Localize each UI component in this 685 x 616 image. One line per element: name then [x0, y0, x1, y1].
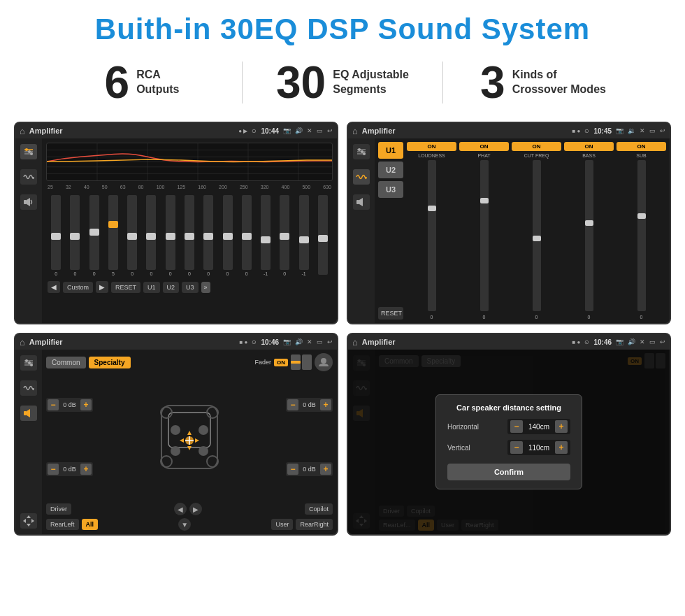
eq-slider-track-9[interactable] [223, 195, 233, 270]
eq-slider-thumb-9[interactable] [223, 233, 233, 240]
eq-slider-track-8[interactable] [203, 195, 213, 270]
left-db2-minus-button[interactable]: − [48, 464, 59, 475]
loudness-slider[interactable] [407, 160, 456, 311]
specialty-home-icon[interactable]: ⌂ [20, 337, 25, 348]
loudness-on-button[interactable]: ON [407, 142, 456, 151]
right-db1-plus-button[interactable]: + [320, 399, 331, 410]
eq-next-button[interactable]: ▶ [96, 281, 108, 293]
eq-custom-button[interactable]: Custom [63, 282, 93, 293]
confirm-button[interactable]: Confirm [447, 464, 570, 480]
eq-slider-track-3[interactable] [108, 195, 118, 270]
horizontal-minus-button[interactable]: − [510, 420, 523, 433]
home-icon[interactable]: ⌂ [20, 126, 25, 136]
eq-u2-button[interactable]: U2 [163, 282, 180, 293]
eq-slider-track-5[interactable] [146, 195, 156, 270]
left-db1-plus-button[interactable]: + [80, 399, 92, 410]
eq-sidebar-speaker-icon[interactable] [20, 194, 37, 210]
eq-slider-thumb-2[interactable] [89, 229, 99, 236]
eq-sidebar-wave-icon[interactable] [20, 169, 37, 185]
eq-slider-track-7[interactable] [185, 195, 194, 270]
phat-slider[interactable] [459, 160, 509, 311]
eq-slider-thumb-14[interactable] [318, 235, 328, 242]
eq-slider-thumb-12[interactable] [280, 233, 289, 240]
specialty-back-icon[interactable]: ↩ [327, 338, 333, 345]
common-tab-button[interactable]: Common [46, 357, 86, 368]
crossover-home-icon[interactable]: ⌂ [352, 126, 358, 136]
eq-slider-thumb-3[interactable] [108, 221, 118, 228]
eq-slider-track-13[interactable] [299, 195, 309, 270]
crossover-sidebar-eq-icon[interactable] [353, 144, 370, 159]
specialty-sidebar-arrows-icon[interactable] [20, 513, 37, 529]
crossover-u1-button[interactable]: U1 [378, 142, 403, 159]
eq-slider-thumb-11[interactable] [261, 236, 271, 243]
eq-slider-thumb-8[interactable] [203, 233, 213, 240]
eq-slider-track-4[interactable] [127, 195, 137, 270]
rearright-button[interactable]: RearRight [296, 519, 333, 530]
bass-on-button[interactable]: ON [564, 142, 614, 151]
eq-slider-thumb-4[interactable] [127, 233, 137, 240]
eq-slider-track-6[interactable] [166, 195, 175, 270]
specialty-sidebar-eq-icon[interactable] [20, 355, 37, 371]
eq-slider-track-2[interactable] [89, 195, 99, 270]
left-db2-plus-button[interactable]: + [80, 464, 92, 475]
eq-back-icon[interactable]: ↩ [327, 127, 333, 134]
eq-slider-track-14[interactable] [318, 195, 328, 275]
right-db2-plus-button[interactable]: + [320, 464, 331, 475]
eq-more-button[interactable]: » [201, 282, 210, 293]
eq-value-1: 0 [73, 271, 76, 276]
copilot-button[interactable]: Copilot [305, 503, 333, 515]
left-db1-minus-button[interactable]: − [48, 399, 59, 410]
svg-point-38 [321, 358, 326, 364]
eq-slider-track-0[interactable] [51, 195, 61, 270]
bass-slider[interactable] [564, 160, 614, 311]
eq-slider-track-10[interactable] [242, 195, 252, 270]
eq-slider-thumb-1[interactable] [70, 233, 80, 240]
down-arrow-button[interactable]: ▼ [178, 518, 191, 531]
eq-prev-button[interactable]: ◀ [48, 281, 60, 293]
vertical-minus-button[interactable]: − [510, 441, 523, 454]
eq-slider-track-1[interactable] [70, 195, 80, 270]
all-button[interactable]: All [82, 519, 99, 530]
crossover-sidebar-speaker-icon[interactable] [353, 194, 370, 210]
eq-slider-thumb-0[interactable] [51, 233, 61, 240]
fader-slider-1[interactable] [291, 354, 301, 370]
left-arrow-button[interactable]: ◀ [174, 503, 187, 515]
fader-slider-2[interactable] [302, 354, 312, 370]
eq-slider-track-11[interactable] [261, 195, 271, 270]
eq-u3-button[interactable]: U3 [182, 282, 199, 293]
eq-slider-thumb-6[interactable] [166, 233, 175, 240]
sub-on-button[interactable]: ON [616, 142, 666, 151]
crossover-dots-icon: ■ ● [572, 128, 581, 134]
horizontal-plus-button[interactable]: + [555, 420, 568, 433]
eq-slider-thumb-10[interactable] [242, 233, 252, 240]
right-arrow-button[interactable]: ▶ [189, 503, 202, 515]
crossover-u2-button[interactable]: U2 [378, 162, 403, 178]
eq-slider-thumb-7[interactable] [185, 233, 194, 240]
specialty-tab-button[interactable]: Specialty [89, 357, 131, 368]
vertical-plus-button[interactable]: + [555, 441, 568, 454]
crossover-sidebar-crossover-icon[interactable] [353, 169, 370, 185]
crossover-u3-button[interactable]: U3 [378, 181, 403, 198]
eq-reset-button[interactable]: RESET [111, 282, 140, 293]
cutfreq-on-button[interactable]: ON [512, 142, 561, 151]
dialog-back-icon[interactable]: ↩ [660, 338, 665, 345]
crossover-back-icon[interactable]: ↩ [660, 127, 665, 134]
specialty-sidebar-wave-icon[interactable] [20, 380, 37, 396]
driver-button[interactable]: Driver [46, 503, 71, 515]
dialog-home-icon[interactable]: ⌂ [352, 337, 358, 348]
specialty-sidebar-speaker-icon[interactable] [20, 406, 37, 421]
sub-slider[interactable] [616, 160, 666, 311]
user-button[interactable]: User [271, 519, 293, 530]
eq-slider-track-12[interactable] [280, 195, 289, 270]
phat-on-button[interactable]: ON [459, 142, 509, 151]
fader-on-button[interactable]: ON [274, 359, 288, 366]
crossover-reset-button[interactable]: RESET [378, 307, 403, 320]
cutfreq-slider[interactable] [512, 160, 561, 311]
eq-slider-thumb-13[interactable] [299, 236, 309, 243]
eq-u1-button[interactable]: U1 [143, 282, 160, 293]
eq-sidebar-eq-icon[interactable] [20, 144, 37, 159]
rearleft-button[interactable]: RearLeft [46, 519, 79, 530]
right-db2-minus-button[interactable]: − [287, 464, 298, 475]
right-db1-minus-button[interactable]: − [287, 399, 298, 410]
eq-slider-thumb-5[interactable] [146, 233, 156, 240]
